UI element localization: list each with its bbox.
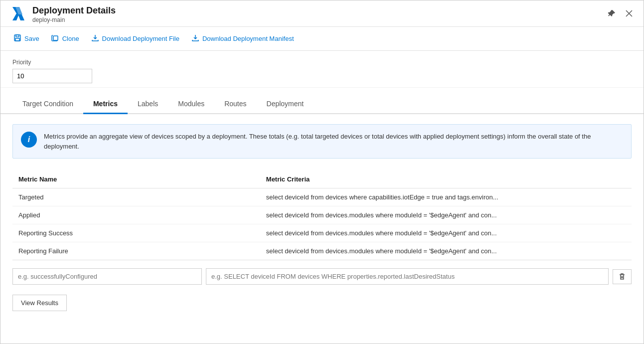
tab-target-condition[interactable]: Target Condition xyxy=(12,96,83,114)
tab-labels[interactable]: Labels xyxy=(128,96,168,114)
metric-criteria-cell: select deviceId from devices.modules whe… xyxy=(260,224,632,242)
col-header-metric-name: Metric Name xyxy=(12,171,260,188)
metric-name-cell: Reporting Failure xyxy=(12,242,260,260)
close-button[interactable] xyxy=(623,8,636,21)
info-text: Metrics provide an aggregate view of dev… xyxy=(44,132,623,151)
table-row: Targeted select deviceId from devices wh… xyxy=(12,188,632,206)
delete-metric-button[interactable] xyxy=(613,269,632,284)
title-bar-text: Deployment Details deploy-main xyxy=(32,5,605,23)
window-title: Deployment Details xyxy=(32,5,605,16)
pin-button[interactable] xyxy=(605,7,619,21)
metric-name-cell: Reporting Success xyxy=(12,224,260,242)
download-manifest-icon xyxy=(191,34,199,43)
azure-logo xyxy=(8,5,26,23)
save-icon xyxy=(13,34,21,43)
view-results-button[interactable]: View Results xyxy=(12,295,67,311)
title-bar: Deployment Details deploy-main xyxy=(0,0,644,27)
tab-metrics[interactable]: Metrics xyxy=(83,96,128,114)
metric-criteria-cell: select deviceId from devices where capab… xyxy=(260,188,632,206)
clone-icon xyxy=(51,34,59,43)
table-row: Applied select deviceId from devices.mod… xyxy=(12,206,632,224)
metric-criteria-cell: select deviceId from devices.modules whe… xyxy=(260,206,632,224)
metrics-table: Metric Name Metric Criteria Targeted sel… xyxy=(12,171,632,260)
metric-name-cell: Applied xyxy=(12,206,260,224)
deployment-details-window: Deployment Details deploy-main xyxy=(0,0,644,344)
save-button[interactable]: Save xyxy=(8,31,44,46)
metric-name-cell: Targeted xyxy=(12,188,260,206)
priority-input[interactable] xyxy=(12,69,92,83)
priority-section: Priority xyxy=(0,51,644,88)
metrics-content: i Metrics provide an aggregate view of d… xyxy=(0,114,644,321)
download-file-label: Download Deployment File xyxy=(102,35,179,42)
clone-label: Clone xyxy=(62,35,79,42)
priority-label: Priority xyxy=(12,59,632,66)
svg-rect-5 xyxy=(53,36,58,40)
svg-rect-3 xyxy=(16,35,19,37)
info-icon: i xyxy=(21,132,37,148)
download-manifest-button[interactable]: Download Deployment Manifest xyxy=(186,31,299,46)
title-bar-actions xyxy=(605,7,636,21)
table-header-row: Metric Name Metric Criteria xyxy=(12,171,632,188)
download-file-button[interactable]: Download Deployment File xyxy=(86,31,184,46)
info-banner: i Metrics provide an aggregate view of d… xyxy=(12,124,632,159)
content-area: Priority Target Condition Metrics Labels… xyxy=(0,51,644,344)
table-row: Reporting Success select deviceId from d… xyxy=(12,224,632,242)
tab-modules[interactable]: Modules xyxy=(168,96,214,114)
clone-button[interactable]: Clone xyxy=(46,31,84,46)
svg-rect-4 xyxy=(15,38,19,41)
new-metric-row xyxy=(12,268,632,285)
col-header-metric-criteria: Metric Criteria xyxy=(260,171,632,188)
tab-bar: Target Condition Metrics Labels Modules … xyxy=(0,88,644,114)
table-row: Reporting Failure select deviceId from d… xyxy=(12,242,632,260)
tab-deployment[interactable]: Deployment xyxy=(257,96,314,114)
new-metric-name-input[interactable] xyxy=(12,268,202,285)
window-subtitle: deploy-main xyxy=(32,16,605,23)
new-metric-criteria-input[interactable] xyxy=(206,268,609,285)
tab-routes[interactable]: Routes xyxy=(214,96,256,114)
toolbar: Save Clone Download Deployment File xyxy=(0,27,644,51)
metric-criteria-cell: select deviceId from devices.modules whe… xyxy=(260,242,632,260)
download-manifest-label: Download Deployment Manifest xyxy=(202,35,294,42)
download-file-icon xyxy=(91,34,99,43)
save-label: Save xyxy=(24,35,39,42)
